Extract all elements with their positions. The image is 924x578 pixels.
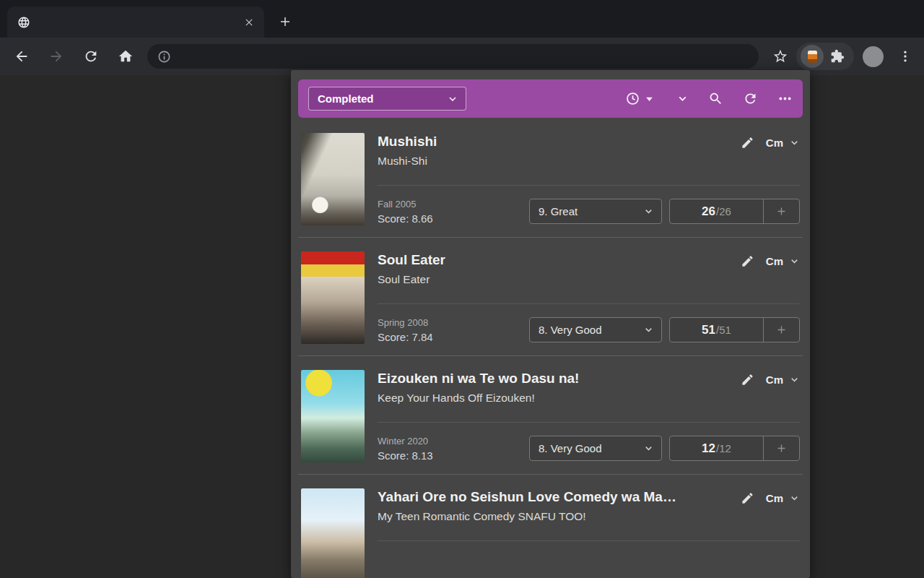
edit-button[interactable] <box>741 491 754 505</box>
my-score-select[interactable]: 9. Great <box>529 199 662 224</box>
season-label: Winter 2020 <box>378 436 529 447</box>
chevron-down-icon <box>643 324 654 335</box>
tab-strip <box>0 0 924 38</box>
my-score-value: 9. Great <box>539 205 578 217</box>
browser-menu-button[interactable] <box>894 45 917 68</box>
profile-avatar[interactable] <box>863 46 884 67</box>
forward-button[interactable] <box>42 42 71 71</box>
anime-title[interactable]: Eizouken ni wa Te wo Dasu na! <box>378 370 579 387</box>
sort-button[interactable] <box>625 91 657 106</box>
minimal-extension-button[interactable] <box>801 45 824 68</box>
browser-tab[interactable] <box>7 7 264 38</box>
list-status-value: Cm <box>766 374 783 386</box>
chevron-down-icon <box>447 93 458 105</box>
anime-alt-title: Mushi-Shi <box>378 155 437 168</box>
anime-cover-thumbnail[interactable] <box>301 133 365 225</box>
entry-bottom-clipped <box>378 540 800 578</box>
address-bar[interactable] <box>147 44 759 69</box>
plus-icon <box>775 205 788 217</box>
my-score-value: 8. Very Good <box>539 324 602 336</box>
episodes-total: /26 <box>716 205 731 217</box>
chevron-down-icon <box>789 493 800 504</box>
anime-alt-title: Keep Your Hands Off Eizouken! <box>378 392 579 405</box>
episode-progress-input[interactable]: 12 /12 <box>670 436 763 460</box>
my-score-select[interactable]: 8. Very Good <box>529 317 662 342</box>
episode-counter: 51 /51 <box>669 317 800 342</box>
chevron-down-icon <box>789 137 800 148</box>
minimal-popup: Completed <box>291 70 810 578</box>
increment-episode-button[interactable] <box>763 318 799 342</box>
episode-progress-input[interactable]: 51 /51 <box>670 318 763 342</box>
anime-list: Mushishi Mushi-Shi Cm <box>291 118 810 578</box>
list-status-value: Cm <box>766 255 783 267</box>
pencil-icon <box>741 254 754 268</box>
status-filter-value: Completed <box>318 92 374 105</box>
browser-window: Completed <box>0 0 924 578</box>
list-item: Yahari Ore no Seishun Love Comedy wa Ma…… <box>298 475 803 578</box>
score-label: Score: 8.13 <box>378 449 529 462</box>
list-status-select[interactable]: Cm <box>766 255 800 267</box>
new-tab-button[interactable] <box>274 11 296 33</box>
list-item: Eizouken ni wa Te wo Dasu na! Keep Your … <box>298 356 803 475</box>
chevron-down-icon <box>676 92 689 105</box>
anime-title[interactable]: Yahari Ore no Seishun Love Comedy wa Ma… <box>378 488 676 506</box>
home-button[interactable] <box>111 42 140 71</box>
popup-header: Completed <box>298 79 803 118</box>
plus-icon <box>775 324 788 336</box>
increment-episode-button[interactable] <box>763 199 799 223</box>
anime-title[interactable]: Mushishi <box>378 133 437 150</box>
my-score-value: 8. Very Good <box>539 442 602 454</box>
plus-icon <box>775 442 788 454</box>
edit-button[interactable] <box>741 373 754 387</box>
chevron-down-icon <box>789 256 800 267</box>
pencil-icon <box>741 373 754 387</box>
status-filter-select[interactable]: Completed <box>308 87 466 111</box>
anime-cover-thumbnail[interactable] <box>301 370 365 462</box>
popup-header-actions <box>606 91 793 106</box>
episode-progress-input[interactable]: 26 /26 <box>670 199 763 223</box>
increment-episode-button[interactable] <box>763 436 799 460</box>
list-status-select[interactable]: Cm <box>766 137 800 149</box>
edit-button[interactable] <box>741 254 754 268</box>
back-button[interactable] <box>7 42 36 71</box>
more-options-button[interactable] <box>777 91 793 106</box>
pencil-icon <box>741 136 754 150</box>
list-status-value: Cm <box>766 492 783 504</box>
chevron-down-icon <box>643 206 654 217</box>
episode-counter: 12 /12 <box>669 436 800 461</box>
episodes-watched: 51 <box>702 323 715 337</box>
pencil-icon <box>741 491 754 505</box>
anime-cover-thumbnail[interactable] <box>301 488 365 578</box>
episodes-watched: 12 <box>702 441 715 456</box>
minimal-extension-icon <box>808 51 817 63</box>
refresh-button[interactable] <box>743 91 758 106</box>
season-label: Fall 2005 <box>378 199 529 210</box>
sort-dropdown-button[interactable] <box>676 92 689 105</box>
list-status-select[interactable]: Cm <box>766 374 800 386</box>
ellipsis-icon <box>777 91 793 106</box>
episode-counter: 26 /26 <box>669 199 800 224</box>
anime-alt-title: My Teen Romantic Comedy SNAFU TOO! <box>378 510 676 523</box>
score-label: Score: 8.66 <box>378 212 529 225</box>
globe-favicon-icon <box>17 16 30 29</box>
list-item: Soul Eater Soul Eater Cm <box>298 238 803 356</box>
episodes-total: /12 <box>716 442 731 454</box>
episodes-total: /51 <box>716 324 731 336</box>
clock-sort-icon <box>625 91 640 106</box>
tab-close-button[interactable] <box>241 14 257 30</box>
reload-button[interactable] <box>77 42 105 71</box>
anime-alt-title: Soul Eater <box>378 273 445 286</box>
page-info-icon[interactable] <box>157 50 171 64</box>
anime-title[interactable]: Soul Eater <box>378 251 445 269</box>
extensions-puzzle-button[interactable] <box>825 44 850 69</box>
edit-button[interactable] <box>741 136 754 150</box>
my-score-select[interactable]: 8. Very Good <box>529 436 662 461</box>
bookmark-star-button[interactable] <box>766 42 795 71</box>
episodes-watched: 26 <box>702 204 715 219</box>
search-button[interactable] <box>708 91 723 106</box>
list-status-select[interactable]: Cm <box>766 492 800 504</box>
list-item: Mushishi Mushi-Shi Cm <box>298 119 803 238</box>
chevron-down-icon <box>789 374 800 385</box>
search-icon <box>708 91 723 106</box>
anime-cover-thumbnail[interactable] <box>301 251 365 344</box>
